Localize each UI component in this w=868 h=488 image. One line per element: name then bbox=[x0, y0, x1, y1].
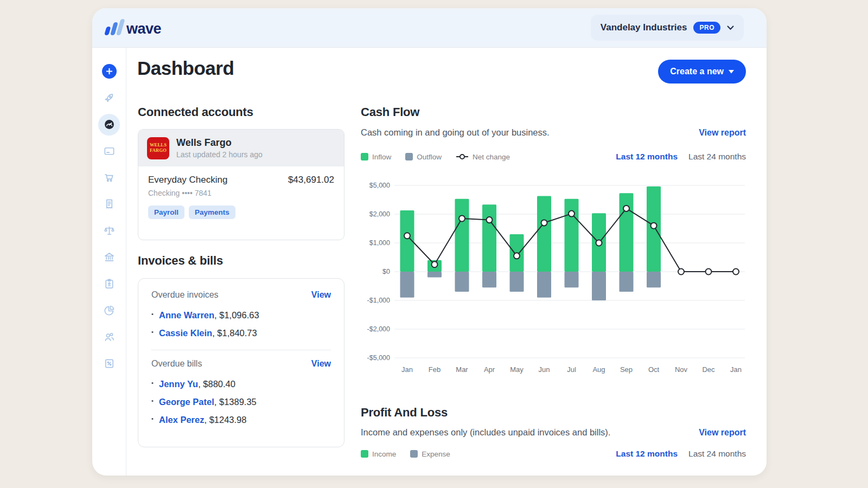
sidebar-item-bank[interactable] bbox=[96, 244, 122, 271]
legend-income: Income bbox=[361, 450, 396, 458]
account-switcher[interactable]: Vandelay Industries PRO bbox=[591, 15, 744, 41]
shopping-cart-icon bbox=[103, 171, 116, 184]
wave-logo-text: wave bbox=[126, 22, 161, 36]
create-new-label: Create a new bbox=[670, 67, 724, 76]
vendor-link[interactable]: Alex Perez bbox=[159, 415, 204, 425]
people-icon bbox=[103, 331, 116, 343]
account-balance: $43,691.02 bbox=[288, 175, 334, 185]
bill-item: Alex Perez, $1243.98 bbox=[151, 411, 331, 429]
account-label: Everyday Checking bbox=[148, 175, 227, 185]
svg-text:May: May bbox=[510, 365, 524, 374]
expense-swatch-icon bbox=[410, 450, 418, 458]
inflow-swatch-icon bbox=[361, 153, 368, 160]
clipboard-icon bbox=[103, 278, 116, 290]
invoice-item: Anne Warren, $1,096.63 bbox=[151, 306, 331, 324]
profit-loss-subtitle: Income and expenses only (includes unpai… bbox=[361, 427, 610, 438]
wells-fargo-logo: WELLS FARGO bbox=[147, 137, 169, 159]
profit-loss-heading: Profit And Loss bbox=[361, 406, 448, 420]
overdue-invoices-label: Overdue invoices bbox=[151, 290, 219, 300]
sidebar-item-taxes[interactable] bbox=[96, 350, 122, 377]
sidebar-item-dashboard[interactable] bbox=[96, 111, 122, 138]
pnl-range-last-12-months[interactable]: Last 12 months bbox=[616, 449, 678, 459]
cash-flow-chart[interactable]: $5,000$2,000$1,000$0-$1,000-$2,000-$5,00… bbox=[361, 174, 746, 380]
plus-icon bbox=[102, 64, 117, 79]
inflow-label: Inflow bbox=[372, 153, 391, 161]
scale-icon bbox=[103, 224, 116, 237]
svg-text:Jan: Jan bbox=[401, 365, 413, 374]
receipt-icon bbox=[103, 198, 116, 210]
bill-item: George Patel, $1389.35 bbox=[151, 393, 331, 411]
income-swatch-icon bbox=[361, 450, 368, 458]
svg-text:-$2,000: -$2,000 bbox=[367, 325, 390, 333]
vendor-link[interactable]: George Patel bbox=[159, 397, 214, 407]
app-window: wave Vandelay Industries PRO bbox=[92, 8, 767, 476]
svg-text:Mar: Mar bbox=[456, 365, 468, 374]
active-highlight bbox=[98, 114, 120, 136]
sidebar-item-reports[interactable] bbox=[96, 297, 122, 324]
range-last-24-months[interactable]: Last 24 months bbox=[688, 152, 746, 162]
svg-text:Dec: Dec bbox=[702, 365, 715, 374]
vendor-link[interactable]: Jenny Yu bbox=[159, 379, 198, 389]
cash-flow-view-report-link[interactable]: View report bbox=[699, 128, 746, 138]
main-content: Dashboard Connected accounts WELLS FARGO… bbox=[126, 48, 767, 476]
customer-link[interactable]: Cassie Klein bbox=[159, 328, 212, 338]
view-invoices-link[interactable]: View bbox=[311, 290, 331, 300]
svg-text:$1,000: $1,000 bbox=[369, 239, 390, 247]
invoice-item: Cassie Klein, $1,840.73 bbox=[151, 324, 331, 342]
overdue-bills-label: Overdue bills bbox=[151, 359, 202, 369]
bank-card-header: WELLS FARGO Wells Fargo Last updated 2 h… bbox=[138, 130, 344, 166]
profit-loss-view-report-link[interactable]: View report bbox=[699, 428, 746, 438]
percent-doc-icon bbox=[103, 357, 116, 370]
add-button[interactable] bbox=[96, 58, 122, 85]
sidebar-item-payroll[interactable] bbox=[96, 271, 122, 297]
svg-text:Aug: Aug bbox=[592, 365, 605, 374]
connected-accounts-heading: Connected accounts bbox=[138, 105, 253, 119]
svg-text:Nov: Nov bbox=[675, 365, 688, 374]
outflow-label: Outflow bbox=[417, 153, 442, 161]
svg-text:Apr: Apr bbox=[484, 365, 495, 374]
legend-net-change: Net change bbox=[456, 153, 510, 161]
svg-text:$5,000: $5,000 bbox=[369, 182, 390, 189]
sidebar-nav bbox=[92, 48, 126, 476]
invoices-bills-card: Overdue invoices View Anne Warren, $1,09… bbox=[138, 278, 344, 447]
range-last-12-months[interactable]: Last 12 months bbox=[616, 152, 678, 162]
bank-name: Wells Fargo bbox=[176, 137, 263, 149]
rocket-icon bbox=[103, 92, 116, 104]
bill-amount: , $1243.98 bbox=[204, 415, 246, 425]
chevron-down-icon bbox=[727, 25, 734, 30]
caret-down-icon bbox=[729, 70, 734, 74]
wave-logo[interactable]: wave bbox=[106, 19, 161, 36]
sidebar-item-accounting[interactable] bbox=[96, 217, 122, 244]
bank-icon bbox=[103, 251, 116, 264]
legend-inflow: Inflow bbox=[361, 153, 391, 161]
page-title: Dashboard bbox=[137, 57, 234, 79]
invoice-amount: , $1,096.63 bbox=[214, 310, 259, 320]
invoice-amount: , $1,840.73 bbox=[212, 328, 257, 338]
sidebar-item-advisors[interactable] bbox=[96, 324, 122, 350]
bank-last-updated: Last updated 2 hours ago bbox=[176, 150, 263, 159]
svg-text:Jul: Jul bbox=[567, 365, 576, 374]
sidebar-item-banking[interactable] bbox=[96, 138, 122, 164]
tag-payments: Payments bbox=[189, 206, 235, 219]
divider bbox=[151, 350, 331, 350]
account-name: Vandelay Industries bbox=[601, 22, 687, 33]
expense-label: Expense bbox=[422, 450, 450, 458]
svg-text:$2,000: $2,000 bbox=[369, 210, 390, 218]
legend-outflow: Outflow bbox=[405, 153, 442, 161]
pro-badge: PRO bbox=[693, 22, 720, 34]
bill-amount: , $880.40 bbox=[198, 379, 235, 389]
customer-link[interactable]: Anne Warren bbox=[159, 310, 214, 320]
sidebar-item-receipts[interactable] bbox=[96, 191, 122, 217]
connected-account-card[interactable]: WELLS FARGO Wells Fargo Last updated 2 h… bbox=[138, 129, 344, 240]
account-detail: Checking •••• 7841 bbox=[148, 189, 334, 197]
bill-amount: , $1389.35 bbox=[214, 397, 257, 407]
bill-item: Jenny Yu, $880.40 bbox=[151, 375, 331, 393]
create-new-button[interactable]: Create a new bbox=[658, 60, 746, 84]
svg-text:Oct: Oct bbox=[648, 365, 660, 374]
view-bills-link[interactable]: View bbox=[311, 359, 331, 369]
sidebar-item-sales[interactable] bbox=[96, 164, 122, 191]
pnl-range-last-24-months[interactable]: Last 24 months bbox=[688, 449, 746, 459]
sidebar-item-launchpad[interactable] bbox=[96, 85, 122, 111]
svg-text:-$5,000: -$5,000 bbox=[367, 354, 390, 362]
cash-flow-heading: Cash Flow bbox=[361, 105, 419, 119]
